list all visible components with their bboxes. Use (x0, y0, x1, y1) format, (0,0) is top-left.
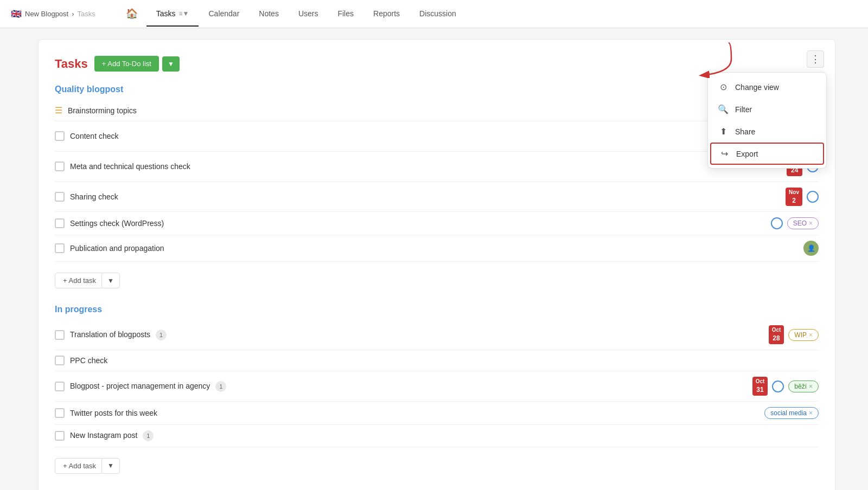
status-circle (772, 381, 784, 392)
options-dropdown-menu: ⊙ Change view 🔍 Filter ⬆ Share ↪ Export (707, 72, 827, 169)
nav-links: 🏠 Tasks ≡▼ Calendar Notes Users Files Re… (117, 0, 857, 28)
nav-tab-users[interactable]: Users (289, 2, 328, 27)
task-row: New Instagram post 1 (55, 425, 819, 447)
task-row: Settings check (WordPress) SEO × (55, 212, 819, 235)
dropdown-export[interactable]: ↪ Export (710, 143, 824, 165)
add-todo-dropdown-button[interactable]: ▼ (162, 56, 180, 72)
in-progress-section-title: In progress (55, 305, 819, 314)
breadcrumb-current: Tasks (78, 10, 95, 18)
project-name[interactable]: New Blogpost (25, 10, 68, 18)
add-todo-button[interactable]: + Add To-Do list (94, 56, 159, 72)
tag-badge-beji: běží × (788, 381, 819, 392)
task-checkbox[interactable] (55, 330, 65, 340)
task-checkbox[interactable] (55, 243, 65, 253)
avatar: 👤 (803, 241, 819, 256)
add-task-row: + Add task ▼ (55, 267, 819, 288)
task-checkbox[interactable] (55, 431, 65, 441)
nav-tab-discussion[interactable]: Discussion (410, 2, 466, 27)
date-badge: Nov 2 (786, 188, 802, 207)
task-count-badge: 1 (215, 381, 226, 392)
task-name[interactable]: Settings check (WordPress) (70, 219, 765, 228)
quality-section-title: Quality blogpost (55, 85, 819, 94)
task-row: Translation of blogposts 1 Oct 28 WIP × (55, 320, 819, 350)
task-name[interactable]: Sharing check (70, 192, 780, 201)
in-progress-section: In progress Translation of blogposts 1 O… (55, 305, 819, 474)
tag-remove-button[interactable]: × (809, 331, 813, 339)
add-task-dropdown-button[interactable]: ▼ (101, 458, 120, 474)
nav-tab-calendar[interactable]: Calendar (199, 2, 249, 27)
tag-badge-wip: WIP × (788, 329, 819, 341)
options-menu-button[interactable]: ⋮ (807, 50, 824, 68)
task-name[interactable]: Meta and technical questions check (70, 162, 781, 171)
task-count-badge: 1 (156, 330, 167, 340)
task-row: Content check Oct 16 👤 (55, 121, 819, 152)
tag-badge-social: social media × (764, 407, 819, 419)
dropdown-share[interactable]: ⬆ Share (708, 120, 826, 143)
export-icon: ↪ (719, 149, 730, 159)
filter-icon: 🔍 (718, 104, 729, 114)
breadcrumb: 🇬🇧 New Blogpost › Tasks (11, 9, 95, 19)
task-name[interactable]: Content check (70, 132, 762, 140)
share-icon: ⬆ (718, 126, 729, 137)
task-checkbox[interactable] (55, 162, 65, 171)
task-checkbox[interactable] (55, 408, 65, 418)
task-row-right: Nov 2 (786, 188, 819, 207)
task-row: Publication and propagation 👤 (55, 235, 819, 262)
list-icon: ☰ (55, 105, 62, 115)
nav-tab-reports[interactable]: Reports (363, 2, 410, 27)
task-name: Translation of blogposts 1 (70, 330, 763, 340)
dropdown-change-view[interactable]: ⊙ Change view (708, 76, 826, 98)
task-row: ☰ Brainstorming topics (55, 100, 819, 121)
task-count-badge: 1 (143, 430, 154, 441)
status-circle (771, 217, 783, 229)
task-row-right: Oct 31 běží × (752, 377, 819, 396)
flag-icon: 🇬🇧 (11, 9, 22, 19)
add-task-button[interactable]: + Add task (55, 458, 104, 474)
tasks-filter-icon[interactable]: ≡▼ (179, 10, 189, 17)
task-checkbox[interactable] (55, 218, 65, 228)
tasks-header: Tasks + Add To-Do list ▼ (55, 56, 819, 72)
task-row: Blogpost - project management in agency … (55, 371, 819, 402)
add-task-button[interactable]: + Add task (55, 273, 104, 288)
task-row-right: 👤 (803, 241, 819, 256)
task-checkbox[interactable] (55, 192, 65, 202)
breadcrumb-sep: › (72, 10, 74, 18)
tag-remove-button[interactable]: × (809, 383, 813, 390)
task-row: PPC check (55, 350, 819, 371)
date-badge: Oct 28 (769, 325, 784, 344)
page-title: Tasks (55, 57, 88, 71)
nav-tab-tasks[interactable]: Tasks ≡▼ (146, 2, 199, 27)
change-view-icon: ⊙ (718, 82, 729, 92)
task-row: Sharing check Nov 2 (55, 182, 819, 212)
date-badge: Oct 31 (752, 377, 768, 396)
task-name[interactable]: Publication and propagation (70, 244, 798, 253)
task-row: Meta and technical questions check Oct 2… (55, 152, 819, 182)
task-name: New Instagram post 1 (70, 430, 819, 441)
task-checkbox[interactable] (55, 382, 65, 391)
task-row-right: social media × (764, 407, 819, 419)
dropdown-filter[interactable]: 🔍 Filter (708, 98, 826, 120)
tag-remove-button[interactable]: × (809, 220, 813, 227)
main-content: Tasks + Add To-Do list ▼ ⋮ ⊙ Change (38, 39, 835, 490)
quality-blogpost-section: Quality blogpost ☰ Brainstorming topics … (55, 85, 819, 288)
add-task-row: + Add task ▼ (55, 453, 819, 474)
task-checkbox[interactable] (55, 356, 65, 365)
status-circle (807, 191, 819, 203)
task-name[interactable]: Twitter posts for this week (70, 409, 759, 417)
task-name: Blogpost - project management in agency … (70, 381, 747, 392)
task-name[interactable]: Brainstorming topics (68, 106, 819, 115)
task-row-right: SEO × (771, 217, 819, 229)
task-checkbox[interactable] (55, 131, 65, 141)
task-row-right: Oct 28 WIP × (769, 325, 819, 344)
top-nav: 🇬🇧 New Blogpost › Tasks 🏠 Tasks ≡▼ Calen… (0, 0, 868, 28)
nav-tab-notes[interactable]: Notes (249, 2, 289, 27)
add-task-dropdown-button[interactable]: ▼ (101, 273, 120, 288)
nav-home-icon[interactable]: 🏠 (117, 0, 146, 28)
task-name[interactable]: PPC check (70, 356, 819, 365)
tag-badge-seo: SEO × (787, 217, 819, 229)
tag-remove-button[interactable]: × (809, 409, 813, 417)
task-row: Twitter posts for this week social media… (55, 402, 819, 425)
nav-tab-files[interactable]: Files (328, 2, 363, 27)
